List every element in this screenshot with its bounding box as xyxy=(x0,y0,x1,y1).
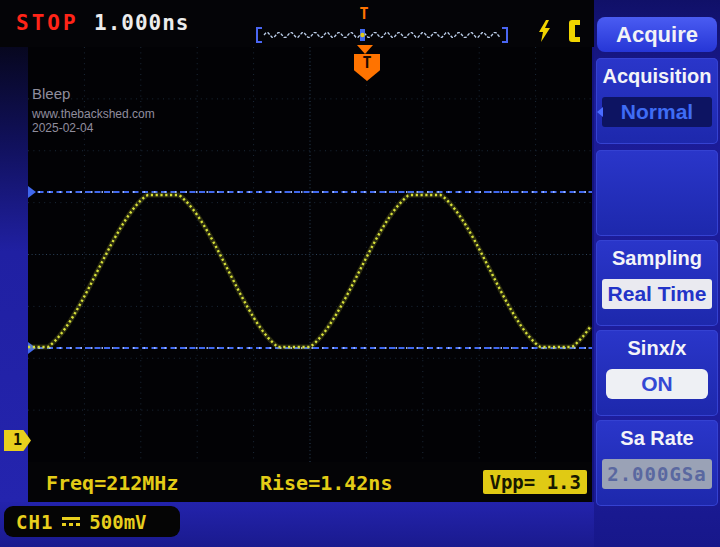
menu-value-sample-rate: 2.000GSa xyxy=(602,459,712,489)
watermark: Bleep www.thebackshed.com 2025-02-04 xyxy=(32,85,155,136)
channel-name: CH1 xyxy=(16,511,53,533)
menu-item-sa-rate[interactable]: Sa Rate 2.000GSa xyxy=(596,420,718,506)
dc-coupling-icon xyxy=(62,516,80,528)
rise-measurement: Rise=1.42ns xyxy=(260,471,392,495)
trigger-position-bar xyxy=(256,27,508,43)
watermark-url: www.thebackshed.com xyxy=(32,108,155,122)
watermark-date: 2025-02-04 xyxy=(32,122,155,136)
measurement-bar: Freq=212MHz Rise=1.42ns Vpp= 1.3 xyxy=(28,462,592,502)
menu-item-empty[interactable] xyxy=(596,150,718,236)
menu-title-acquire: Acquire xyxy=(597,17,717,52)
menu-item-sinxx[interactable]: Sinx/x ON xyxy=(596,330,718,416)
menu-item-sampling[interactable]: Sampling Real Time xyxy=(596,240,718,326)
menu-value-text: Normal xyxy=(621,100,693,123)
channel-scale: 500mV xyxy=(89,511,146,533)
menu-value-on[interactable]: ON xyxy=(606,369,708,399)
bottom-bezel: CH1 500mV xyxy=(0,502,594,547)
menu-label: Acquisition xyxy=(596,65,718,88)
menu-label: Sa Rate xyxy=(596,427,718,450)
oscilloscope-screen: STOP 1.000ns T Bleep www.thebackshed.com… xyxy=(0,0,720,547)
freq-measurement: Freq=212MHz xyxy=(46,471,178,495)
trigger-position-pointer-icon xyxy=(357,45,373,54)
menu-value-normal[interactable]: Normal xyxy=(602,97,712,127)
lightning-icon xyxy=(538,20,551,42)
chevron-left-icon xyxy=(597,107,603,117)
soft-menu-sidebar: Acquire Acquisition Normal Sampling Real… xyxy=(594,0,720,547)
menu-item-acquisition[interactable]: Acquisition Normal xyxy=(596,58,718,144)
menu-value-real-time[interactable]: Real Time xyxy=(602,279,712,309)
menu-label: Sampling xyxy=(596,247,718,270)
status-bar: STOP 1.000ns T xyxy=(0,0,594,47)
vpp-measurement: Vpp= 1.3 xyxy=(483,470,587,494)
channel-1-readout: CH1 500mV xyxy=(4,506,180,537)
timebase-readout: 1.000ns xyxy=(94,11,190,35)
trigger-t-icon: T xyxy=(354,5,374,23)
graticule: Bleep www.thebackshed.com 2025-02-04 T xyxy=(28,47,592,462)
menu-label: Sinx/x xyxy=(596,337,718,360)
waveform-preview-icon xyxy=(256,27,508,43)
battery-icon xyxy=(567,18,583,44)
run-state: STOP xyxy=(16,11,79,35)
watermark-title: Bleep xyxy=(32,85,155,102)
